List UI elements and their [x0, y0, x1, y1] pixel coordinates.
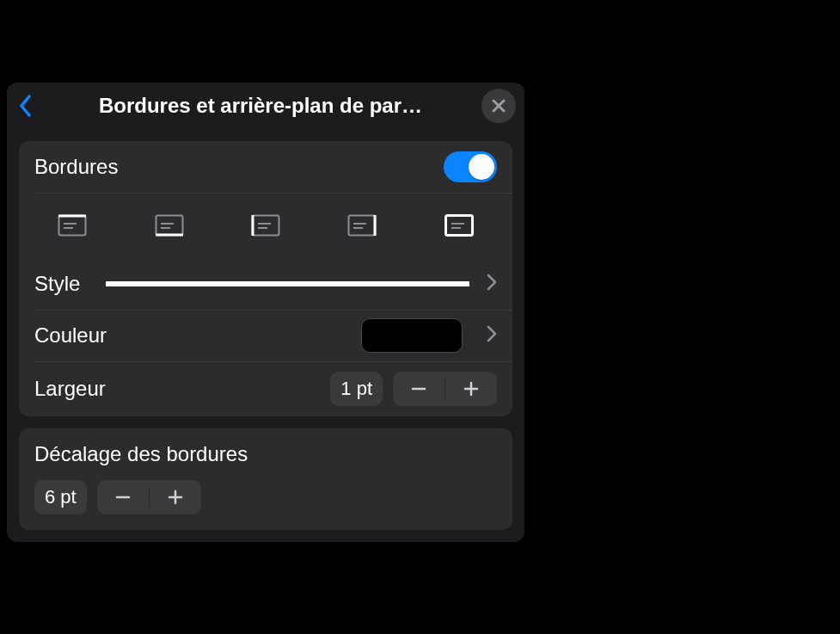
- border-right-icon: [347, 214, 377, 237]
- chevron-left-icon: [19, 95, 33, 117]
- borders-settings-panel: Bordures et arrière-plan de par… Bordure…: [7, 83, 524, 542]
- color-disclosure: [487, 325, 497, 346]
- close-icon: [492, 99, 506, 113]
- chevron-right-icon: [487, 325, 497, 342]
- width-stepper: [393, 372, 497, 406]
- svg-rect-10: [252, 216, 279, 236]
- borders-toggle-row: Bordures: [19, 141, 512, 193]
- offset-increment-button[interactable]: [150, 480, 201, 514]
- border-all-icon: [445, 214, 474, 237]
- style-disclosure: [487, 274, 497, 294]
- width-row: Largeur 1 pt: [19, 361, 512, 416]
- width-value[interactable]: 1 pt: [330, 372, 383, 406]
- color-label: Couleur: [34, 323, 107, 348]
- border-all-button[interactable]: [437, 208, 481, 243]
- panel-title: Bordures et arrière-plan de par…: [40, 94, 481, 118]
- style-label: Style: [34, 272, 80, 296]
- border-bottom-button[interactable]: [147, 208, 192, 243]
- style-row[interactable]: Style: [19, 258, 512, 310]
- back-button[interactable]: [12, 89, 40, 123]
- border-right-button[interactable]: [340, 208, 384, 243]
- border-left-icon: [251, 214, 280, 237]
- toggle-knob: [469, 154, 494, 180]
- borders-card: Bordures: [19, 141, 512, 416]
- close-button[interactable]: [481, 89, 516, 123]
- color-row[interactable]: Couleur: [19, 310, 512, 361]
- chevron-right-icon: [487, 274, 497, 291]
- plus-icon: [463, 380, 480, 397]
- width-label: Largeur: [34, 377, 106, 401]
- offset-stepper: [97, 480, 201, 514]
- width-decrement-button[interactable]: [393, 372, 445, 406]
- offset-label: Décalage des bordures: [34, 442, 497, 466]
- borders-toggle[interactable]: [444, 151, 497, 182]
- svg-rect-14: [349, 216, 376, 236]
- border-top-button[interactable]: [50, 208, 95, 243]
- border-left-button[interactable]: [243, 208, 288, 243]
- color-swatch[interactable]: [361, 318, 463, 353]
- minus-icon: [114, 489, 132, 506]
- offset-controls: 6 pt: [34, 480, 497, 514]
- width-increment-button[interactable]: [445, 372, 497, 406]
- border-bottom-icon: [155, 214, 184, 237]
- plus-icon: [167, 489, 184, 506]
- panel-header: Bordures et arrière-plan de par…: [7, 83, 524, 129]
- svg-rect-18: [445, 216, 472, 236]
- line-style-preview: [106, 281, 469, 286]
- minus-icon: [410, 380, 427, 397]
- offset-value[interactable]: 6 pt: [34, 480, 87, 514]
- border-top-icon: [58, 214, 87, 237]
- offset-decrement-button[interactable]: [97, 480, 149, 514]
- borders-label: Bordures: [34, 155, 118, 179]
- offset-card: Décalage des bordures 6 pt: [19, 428, 512, 530]
- svg-rect-6: [156, 216, 182, 236]
- border-position-row: [19, 193, 512, 258]
- svg-rect-2: [59, 216, 86, 236]
